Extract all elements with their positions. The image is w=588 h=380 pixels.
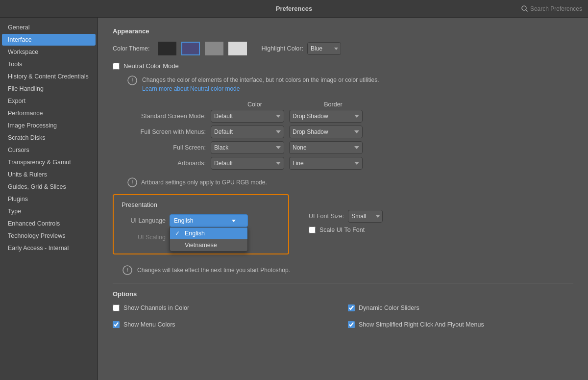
svg-text:i: i xyxy=(126,267,128,274)
screen-mode-label-2: Full Screen: xyxy=(113,144,211,151)
ui-language-selected: English xyxy=(174,217,193,224)
sidebar-item-image-processing[interactable]: Image Processing xyxy=(2,120,96,131)
neutral-color-mode-checkbox[interactable] xyxy=(113,63,120,70)
language-option-english: English xyxy=(185,230,205,237)
option-checkbox-0[interactable] xyxy=(113,304,120,311)
color-select-0[interactable]: DefaultBlackGrayWhiteCustom xyxy=(211,110,284,123)
ui-font-size-select[interactable]: SmallMediumLarge xyxy=(348,210,383,223)
sidebar-item-units---rulers[interactable]: Units & Rulers xyxy=(2,169,96,180)
color-select-2[interactable]: DefaultBlackGrayWhiteCustom xyxy=(211,141,284,154)
option-checkbox-2[interactable] xyxy=(113,321,120,328)
sidebar-item-transparency---gamut[interactable]: Transparency & Gamut xyxy=(2,156,96,168)
sidebar-item-tools[interactable]: Tools xyxy=(2,58,96,70)
border-col-header: Border xyxy=(294,101,372,108)
artboard-info-text: Artboard settings only apply to GPU RGB … xyxy=(141,179,267,186)
option-row-2: Show Menu Colors xyxy=(113,321,338,328)
theme-swatch-dark[interactable] xyxy=(158,42,176,55)
sidebar-item-file-handling[interactable]: File Handling xyxy=(2,83,96,95)
svg-line-1 xyxy=(526,10,528,12)
sidebar-item-history---content-credentials[interactable]: History & Content Credentials xyxy=(2,71,96,82)
dropdown-item-english[interactable]: ✓ English xyxy=(170,228,247,239)
ui-scaling-label: UI Scaling xyxy=(122,234,166,241)
svg-point-0 xyxy=(522,6,526,10)
sidebar: GeneralInterfaceWorkspaceToolsHistory & … xyxy=(0,18,98,380)
option-row-0: Show Channels in Color xyxy=(113,304,338,311)
changes-text: Changes will take effect the next time y… xyxy=(137,267,290,274)
sidebar-item-technology-previews[interactable]: Technology Previews xyxy=(2,230,96,242)
search-icon xyxy=(521,5,528,12)
ui-language-dropdown-button[interactable]: English xyxy=(170,214,248,227)
sidebar-item-cursors[interactable]: Cursors xyxy=(2,144,96,156)
option-label-0[interactable]: Show Channels in Color xyxy=(123,304,189,311)
color-col-header: Color xyxy=(216,101,294,108)
presentation-title: Presentation xyxy=(122,201,280,208)
color-select-1[interactable]: DefaultBlackGrayWhiteCustom xyxy=(211,126,284,138)
options-section: Options Show Channels in ColorDynamic Co… xyxy=(113,283,573,334)
dropdown-chevron-icon xyxy=(232,220,236,222)
options-section-title: Options xyxy=(113,290,573,298)
sidebar-item-early-access---internal[interactable]: Early Access - Internal xyxy=(2,242,96,254)
font-size-section: UI Font Size: SmallMediumLarge Scale UI … xyxy=(309,210,383,239)
sidebar-item-guides--grid---slices[interactable]: Guides, Grid & Slices xyxy=(2,181,96,193)
svg-text:i: i xyxy=(131,179,133,186)
theme-swatch-medium[interactable] xyxy=(205,42,223,55)
info-icon: i xyxy=(127,76,137,85)
sidebar-item-plugins[interactable]: Plugins xyxy=(2,193,96,205)
neutral-color-mode-label[interactable]: Neutral Color Mode xyxy=(123,62,179,70)
option-checkbox-1[interactable] xyxy=(348,304,355,311)
ui-language-label: UI Language xyxy=(122,217,166,224)
screen-mode-row-0: Standard Screen Mode:DefaultBlackGrayWhi… xyxy=(113,110,573,123)
option-row-3: Show Simplified Right Click And Flyout M… xyxy=(348,321,573,328)
sidebar-item-scratch-disks[interactable]: Scratch Disks xyxy=(2,132,96,144)
color-theme-row: Color Theme: Highlight Color: BlueRedYel… xyxy=(113,42,573,55)
artboard-info: i Artboard settings only apply to GPU RG… xyxy=(127,177,573,187)
search-area[interactable]: Search Preferences xyxy=(521,5,582,12)
options-grid: Show Channels in ColorDynamic Color Slid… xyxy=(113,304,573,334)
ui-language-dropdown-menu: ✓ English Vietnamese xyxy=(170,227,248,252)
info-main-text: Changes the color of elements of the int… xyxy=(142,76,379,83)
option-label-2[interactable]: Show Menu Colors xyxy=(123,321,175,328)
option-label-1[interactable]: Dynamic Color Sliders xyxy=(359,304,419,311)
color-border-headers: Color Border xyxy=(216,101,573,108)
screen-mode-row-2: Full Screen:DefaultBlackGrayWhiteCustomD… xyxy=(113,141,573,154)
changes-note-row: i Changes will take effect the next time… xyxy=(122,265,573,275)
option-label-3[interactable]: Show Simplified Right Click And Flyout M… xyxy=(359,321,484,328)
sidebar-item-interface[interactable]: Interface xyxy=(2,34,96,46)
language-option-vietnamese: Vietnamese xyxy=(185,242,217,249)
sidebar-item-type[interactable]: Type xyxy=(2,205,96,217)
scale-ui-checkbox[interactable] xyxy=(309,227,316,233)
sidebar-item-general[interactable]: General xyxy=(2,22,96,33)
border-select-0[interactable]: Drop ShadowNoneLine xyxy=(289,110,363,123)
search-placeholder[interactable]: Search Preferences xyxy=(530,5,582,12)
window-title: Preferences xyxy=(276,5,312,12)
ui-language-row: UI Language English ✓ English xyxy=(122,214,280,227)
screen-mode-label-0: Standard Screen Mode: xyxy=(113,113,211,120)
neutral-color-mode-row: Neutral Color Mode xyxy=(113,62,573,70)
option-checkbox-3[interactable] xyxy=(348,321,355,328)
border-select-2[interactable]: Drop ShadowNoneLine xyxy=(289,141,363,154)
theme-swatch-medium-dark[interactable] xyxy=(181,42,200,55)
font-size-row: UI Font Size: SmallMediumLarge xyxy=(309,210,383,223)
learn-more-link[interactable]: Learn more about Neutral color mode xyxy=(142,85,240,92)
screen-mode-label-3: Artboards: xyxy=(113,160,211,167)
sidebar-item-enhanced-controls[interactable]: Enhanced Controls xyxy=(2,218,96,229)
border-select-3[interactable]: Drop ShadowNoneLine xyxy=(289,157,363,170)
ui-font-size-label: UI Font Size: xyxy=(309,213,344,220)
neutral-color-info-box: i Changes the color of elements of the i… xyxy=(127,76,573,93)
color-select-3[interactable]: DefaultBlackGrayWhiteCustom xyxy=(211,157,284,170)
dropdown-item-vietnamese[interactable]: Vietnamese xyxy=(170,239,247,251)
scale-ui-row: Scale UI To Font xyxy=(309,227,383,233)
highlight-color-select[interactable]: BlueRedYellowGreenOrangeVioletGrayNone xyxy=(307,42,341,55)
sidebar-item-performance[interactable]: Performance xyxy=(2,107,96,119)
scale-ui-label[interactable]: Scale UI To Font xyxy=(319,227,365,233)
main-layout: GeneralInterfaceWorkspaceToolsHistory & … xyxy=(0,18,588,380)
presentation-box: Presentation UI Language English ✓ En xyxy=(113,194,289,254)
checkmark-icon: ✓ xyxy=(175,230,182,237)
content-area: Appearance Color Theme: Highlight Color:… xyxy=(98,18,588,380)
border-select-1[interactable]: Drop ShadowNoneLine xyxy=(289,126,363,138)
theme-swatch-light[interactable] xyxy=(228,42,247,55)
screen-mode-section: Standard Screen Mode:DefaultBlackGrayWhi… xyxy=(113,110,573,170)
sidebar-item-export[interactable]: Export xyxy=(2,95,96,107)
sidebar-item-workspace[interactable]: Workspace xyxy=(2,46,96,58)
option-row-1: Dynamic Color Sliders xyxy=(348,304,573,311)
